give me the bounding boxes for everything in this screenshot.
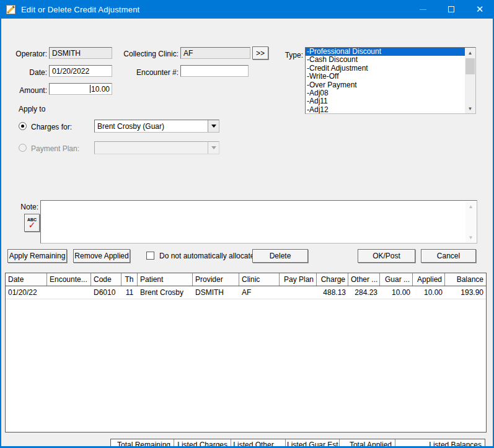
amount-field[interactable]: 10.00 [49,83,112,95]
procedures-grid[interactable]: DateEncounte...CodeThPatientProviderClin… [5,273,487,433]
text-caret [90,85,90,93]
type-listbox[interactable]: -Professional Discount-Cash Discount-Cre… [305,47,476,114]
scroll-up-icon[interactable]: ▲ [465,201,476,211]
maximize-button[interactable] [437,0,465,19]
charges-for-radio[interactable] [19,122,27,130]
type-list-item[interactable]: -Adj08 [306,89,465,97]
date-field[interactable]: 01/20/2022 [49,65,112,77]
cancel-button[interactable]: Cancel [421,249,476,263]
grid-cell: DSMITH [193,286,239,299]
encounter-field[interactable] [180,65,249,77]
scroll-up-icon[interactable]: ▲ [465,48,475,58]
radio-dot [21,125,24,128]
delete-button[interactable]: Delete [252,249,308,263]
grid-header-cell[interactable]: Date [6,273,47,286]
grid-header-row: DateEncounte...CodeThPatientProviderClin… [6,273,486,286]
grid-header-cell[interactable]: Encounte... [47,273,91,286]
grid-header-cell[interactable]: Provider [193,273,239,286]
ok-post-button[interactable]: OK/Post [358,249,415,263]
grid-row[interactable]: 01/20/22D601011Brent CrosbyDSMITHAF488.1… [6,286,486,299]
minimize-button[interactable] [408,0,437,19]
chevron-down-icon[interactable] [208,120,219,132]
grid-cell [47,286,91,299]
note-textarea[interactable]: ▲ ▼ [40,200,477,244]
grid-cell: 10.00 [380,286,413,299]
apply-to-label: Apply to [19,105,56,113]
type-list-item[interactable]: -Credit Adjustment [306,64,465,72]
grid-cell: 488.13 [317,286,348,299]
note-label: Note: [0,203,38,211]
titlebar: Edit or Delete Credit Adjustment ✕ [0,0,494,19]
grid-cell: D6010 [91,286,121,299]
no-auto-allocate-checkbox[interactable] [146,252,154,260]
close-button[interactable]: ✕ [465,0,494,19]
grid-cell: 01/20/22 [6,286,47,299]
type-list-item[interactable]: -Adj11 [306,97,465,105]
grid-cell: AF [239,286,280,299]
grid-header-cell[interactable]: Balance [445,273,486,286]
type-list-item[interactable]: -Write-Off [306,72,465,81]
totals-header-cell: Listed Charges [174,439,231,448]
grid-header-cell[interactable]: Other ... [348,273,380,286]
collecting-clinic-field: AF [180,47,250,59]
grid-cell: 284.23 [348,286,380,299]
totals-header-row: Total RemainingListed ChargesListed Othe… [111,439,485,448]
grid-cell: 11 [121,286,138,299]
date-label: Date: [0,68,47,77]
grid-header-cell[interactable]: Pay Plan [280,273,317,286]
type-list-item[interactable]: -Professional Discount [306,48,465,56]
dialog-edit-credit-adjustment: Edit or Delete Credit Adjustment ✕ Opera… [0,0,494,448]
grid-header-cell[interactable]: Patient [138,273,193,286]
edit-note-icon [6,4,16,15]
type-list-item[interactable]: -Cash Discount [306,56,465,64]
clinic-picker-button[interactable]: >> [252,46,268,59]
type-list-scrollbar[interactable]: ▲ ▼ [465,48,475,113]
amount-label: Amount: [0,86,47,95]
grid-cell: Brent Crosby [138,286,193,299]
grid-header-cell[interactable]: Applied [413,273,445,286]
grid-header-cell[interactable]: Charge [317,273,348,286]
grid-cell [280,286,317,299]
totals-header-cell: Total Remaining [111,439,174,448]
chevron-down-icon [208,142,219,154]
charges-for-label: Charges for: [31,123,87,131]
scroll-down-icon[interactable]: ▼ [465,103,475,113]
payment-plan-label: Payment Plan: [31,144,93,153]
totals-header-cell: Listed Guar Est [286,439,340,448]
type-list-item[interactable]: -Over Payment [306,81,465,89]
totals-table: Total RemainingListed ChargesListed Othe… [110,439,485,448]
window-title: Edit or Delete Credit Adjustment [21,5,139,14]
grid-cell: 10.00 [413,286,445,299]
spellcheck-button[interactable]: ABC ✓ [24,214,40,232]
payment-plan-combobox [94,141,219,154]
totals-header-cell: Listed Balances [395,439,485,448]
apply-remaining-button[interactable]: Apply Remaining [7,249,67,263]
charges-for-combobox[interactable]: Brent Crosby (Guar) [94,120,219,133]
scroll-down-icon[interactable]: ▼ [465,232,476,242]
spellcheck-checkmark-icon: ✓ [29,221,36,229]
remove-applied-button[interactable]: Remove Applied [73,249,130,263]
operator-label: Operator: [0,50,47,58]
grid-header-cell[interactable]: Th [121,273,138,286]
grid-cell: 193.90 [445,286,486,299]
dialog-body: Operator: Collecting Clinic: Type: Date:… [0,19,494,446]
operator-field: DSMITH [49,47,112,59]
grid-header-cell[interactable]: Code [91,273,121,286]
no-auto-allocate-label: Do not automatically allocate [159,252,258,260]
totals-header-cell: Listed Other ... [231,439,286,448]
scrollbar-thumb[interactable] [465,58,475,74]
payment-plan-radio [19,144,27,152]
grid-header-cell[interactable]: Guar ... [380,273,413,286]
type-list-item[interactable]: -Adj12 [306,106,465,114]
grid-header-cell[interactable]: Clinic [239,273,280,286]
note-scrollbar[interactable]: ▲ ▼ [465,201,476,242]
totals-header-cell: Total Applied [340,439,395,448]
